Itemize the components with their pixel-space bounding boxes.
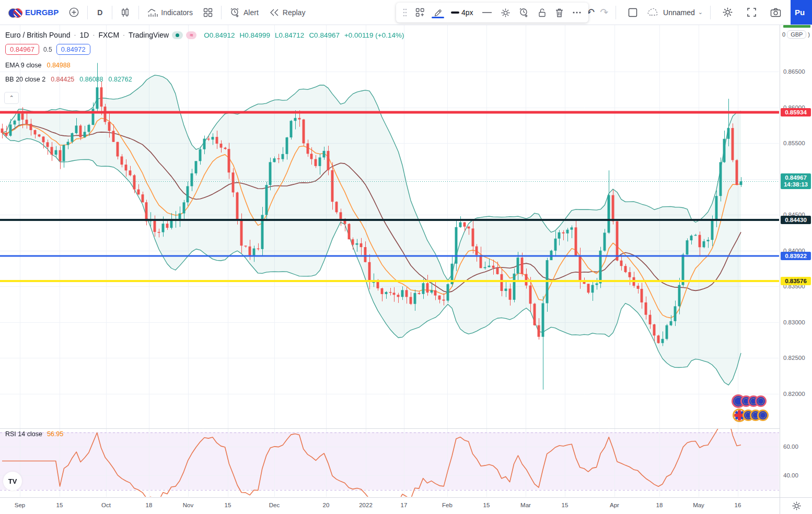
top-toolbar: EURGBP D Indicators Alert [0,0,812,25]
ohlc-values: O0.84912 H0.84999 L0.84712 C0.84967 +0.0… [204,31,404,39]
symbol-button[interactable]: EURGBP [4,4,63,21]
fullscreen-button[interactable] [743,5,761,20]
line-style-icon [482,10,492,15]
interval-button[interactable]: D [92,6,108,19]
drawbar-drag-handle[interactable] [399,6,411,19]
bb-name: BB 20 close 2 [5,76,45,83]
level-price-label: 0.85934 [781,108,811,116]
symbol-flags-icon [8,7,22,18]
alert-clock-icon [230,7,240,18]
level-price-label: 0.83922 [781,252,811,260]
unlock-icon [538,8,547,18]
rsi-tick: 60.00 [783,443,798,450]
draw-color-button[interactable] [430,7,446,19]
time-axis-settings-icon[interactable] [792,501,802,511]
unit-prefix: 0 [782,31,785,38]
redo-button[interactable]: ↷ [600,6,608,18]
bb-lower-value: 0.82762 [109,76,132,83]
layout-select-button[interactable] [623,5,642,20]
add-to-favorites-button[interactable] [412,6,428,19]
line-style-button[interactable] [478,8,496,17]
rsi-value: 56.95 [47,430,63,438]
change-value: +0.00119 (+0.14%) [344,31,404,39]
price-tick: 0.82500 [783,355,805,361]
layout-square-icon [628,7,638,18]
alert-button[interactable]: Alert [226,5,263,20]
candlestick-icon [121,7,130,18]
replay-icon [269,8,280,17]
high-value: H0.84999 [240,31,271,39]
price-tick: 0.83000 [783,319,805,325]
bb-indicator-row[interactable]: BB 20 close 2 0.84425 0.86088 0.82762 [5,76,404,83]
time-tick: Feb [442,502,453,508]
level-price-label: 0.84430 [781,216,811,224]
drawbar-more-button[interactable] [569,9,585,16]
bb-basis-value: 0.84425 [51,76,74,83]
eurgbp-coins-watermark [732,394,765,426]
price-tick: 0.82000 [783,391,805,397]
time-tick: Sep [15,502,25,508]
trash-icon [555,8,564,18]
drawing-settings-button[interactable] [497,6,514,20]
time-tick: Oct [101,502,111,508]
rsi-tick: 40.00 [783,472,798,478]
lock-drawing-button[interactable] [534,6,550,20]
line-width-label: 4px [461,8,473,17]
current-price-label: 0.8496714:38:13 [781,173,811,189]
chart-style-button[interactable] [117,5,134,20]
line-width-button[interactable]: 4px [447,6,477,19]
currency-unit-button[interactable]: GBP [787,30,806,39]
ellipsis-icon [572,11,582,14]
publish-button[interactable]: Pu [791,0,812,25]
legend-collapse-button[interactable]: ⌃ [4,92,19,104]
delete-drawing-button[interactable] [551,6,567,20]
indicators-label: Indicators [161,8,193,17]
layout-name-button[interactable]: Unnamed ⌄ [647,8,703,17]
indicators-button[interactable]: Indicators [143,5,197,20]
bid-price[interactable]: 0.84967 [5,44,39,55]
ema-indicator-row[interactable]: EMA 9 close 0.84988 [5,62,404,69]
time-axis[interactable]: Sep15Oct18Nov15Dec20202217Feb15Mar15Apr1… [0,497,812,514]
symbol-title[interactable]: Euro / British Pound [5,31,71,39]
snapshot-button[interactable] [766,5,785,20]
chart-settings-button[interactable] [718,4,737,20]
fullscreen-icon [747,7,757,17]
price-tick: 0.85500 [783,140,805,146]
ask-price[interactable]: 0.84972 [56,44,90,55]
time-tick: 15 [225,502,231,508]
bb-upper-value: 0.86088 [79,76,103,83]
replay-button[interactable]: Replay [265,6,310,19]
replay-label: Replay [283,8,306,17]
add-alert-on-drawing-button[interactable] [515,5,533,20]
indicator-templates-button[interactable] [199,5,217,20]
unit-suffix: ) [808,31,810,38]
chevron-down-icon: ⌄ [698,9,703,16]
camera-icon [770,8,781,17]
alert-plus-icon [519,7,529,18]
market-status-icon[interactable] [172,31,183,39]
compare-add-button[interactable] [65,5,83,20]
rsi-legend[interactable]: RSI 14 close 56.95 [5,430,63,438]
time-tick: 2022 [359,502,373,508]
time-tick: 16 [735,502,741,508]
open-value: O0.84912 [204,31,235,39]
tradingview-logo[interactable]: TV [3,472,22,490]
line-width-preview [451,11,459,14]
pencil-icon [433,9,443,17]
axis-top-strip [783,25,810,28]
low-value: L0.84712 [275,31,304,39]
gear-icon [501,8,511,18]
time-tick: Apr [610,502,619,508]
ema-value: 0.84988 [47,62,70,69]
spread-value: 0.5 [43,46,52,53]
time-tick: May [693,502,704,508]
selected-color-swatch [432,17,444,18]
grid-plus-icon [415,8,425,17]
time-tick: Dec [269,502,280,508]
cloud-icon [647,8,660,17]
delayed-data-icon[interactable]: ≈ [186,31,196,39]
time-tick: Nov [183,502,193,508]
legend-exchange: FXCM [98,31,119,39]
price-axis[interactable]: 0 GBP ) 0.865000.860000.855000.850000.84… [780,25,812,497]
templates-grid-icon [203,8,213,17]
